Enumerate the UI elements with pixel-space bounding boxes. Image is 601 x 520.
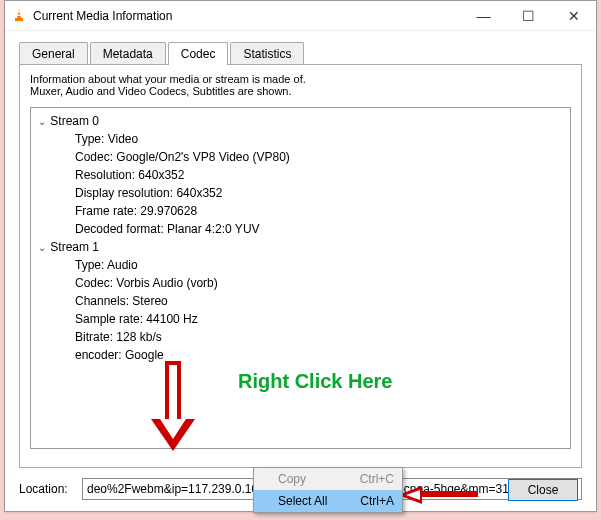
stream-label: Stream 1 [50, 240, 99, 254]
svg-rect-0 [15, 18, 23, 21]
context-menu: Copy Ctrl+C Select All Ctrl+A [253, 467, 403, 513]
tab-metadata[interactable]: Metadata [90, 42, 166, 65]
codec-panel: Information about what your media or str… [19, 64, 582, 468]
vlc-icon [11, 8, 27, 24]
chevron-down-icon: ⌄ [37, 242, 47, 253]
tree-stream-1[interactable]: ⌄ Stream 1 [31, 238, 570, 256]
tree-prop[interactable]: Channels: Stereo [31, 292, 570, 310]
close-window-button[interactable]: ✕ [551, 1, 596, 31]
location-label: Location: [19, 482, 74, 496]
tree-prop[interactable]: Resolution: 640x352 [31, 166, 570, 184]
panel-description: Information about what your media or str… [30, 73, 571, 97]
menu-label: Select All [278, 494, 360, 508]
tab-codec[interactable]: Codec [168, 42, 229, 65]
tree-prop[interactable]: Bitrate: 128 kb/s [31, 328, 570, 346]
svg-rect-1 [17, 11, 21, 12]
codec-tree[interactable]: ⌄ Stream 0 Type: Video Codec: Google/On2… [30, 107, 571, 449]
chevron-down-icon: ⌄ [37, 116, 47, 127]
desc-line1: Information about what your media or str… [30, 73, 571, 85]
media-info-window: Current Media Information — ☐ ✕ General … [4, 0, 597, 512]
tree-stream-0[interactable]: ⌄ Stream 0 [31, 112, 570, 130]
menu-copy: Copy Ctrl+C [254, 468, 402, 490]
tree-prop[interactable]: Display resolution: 640x352 [31, 184, 570, 202]
tree-prop[interactable]: Type: Video [31, 130, 570, 148]
svg-rect-2 [17, 14, 22, 15]
maximize-button[interactable]: ☐ [506, 1, 551, 31]
annotation-right-click: Right Click Here [238, 370, 392, 393]
window-title: Current Media Information [33, 9, 461, 23]
tree-prop[interactable]: encoder: Google [31, 346, 570, 364]
menu-shortcut: Ctrl+C [360, 472, 394, 486]
tab-statistics[interactable]: Statistics [230, 42, 304, 65]
tab-general[interactable]: General [19, 42, 88, 65]
close-button[interactable]: Close [508, 479, 578, 501]
tab-bar: General Metadata Codec Statistics [5, 31, 596, 64]
desc-line2: Muxer, Audio and Video Codecs, Subtitles… [30, 85, 571, 97]
titlebar[interactable]: Current Media Information — ☐ ✕ [5, 1, 596, 31]
minimize-button[interactable]: — [461, 1, 506, 31]
tree-prop[interactable]: Codec: Vorbis Audio (vorb) [31, 274, 570, 292]
tree-prop[interactable]: Decoded format: Planar 4:2:0 YUV [31, 220, 570, 238]
tree-prop[interactable]: Frame rate: 29.970628 [31, 202, 570, 220]
tree-prop[interactable]: Sample rate: 44100 Hz [31, 310, 570, 328]
menu-label: Copy [278, 472, 360, 486]
stream-label: Stream 0 [50, 114, 99, 128]
menu-shortcut: Ctrl+A [360, 494, 394, 508]
tree-prop[interactable]: Type: Audio [31, 256, 570, 274]
tree-prop[interactable]: Codec: Google/On2's VP8 Video (VP80) [31, 148, 570, 166]
menu-select-all[interactable]: Select All Ctrl+A [254, 490, 402, 512]
